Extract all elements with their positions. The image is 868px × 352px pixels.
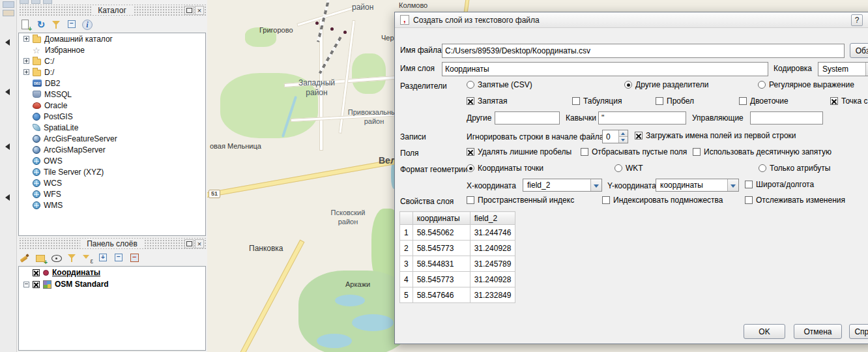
- column-header[interactable]: координаты: [412, 212, 470, 225]
- column-header[interactable]: [400, 212, 413, 225]
- layer-visibility-checkbox[interactable]: [33, 269, 40, 276]
- table-row[interactable]: 3 58.544831 31.245789: [400, 256, 515, 272]
- collapse-all-icon[interactable]: [113, 252, 125, 264]
- radio-wkt[interactable]: WKT: [615, 164, 643, 173]
- collapse-left-arrow-icon[interactable]: [5, 143, 10, 150]
- skip-lines-spinner[interactable]: 0: [602, 130, 628, 143]
- checkbox-spatial-index[interactable]: Пространственный индекс: [467, 196, 574, 205]
- remove-layer-icon[interactable]: [129, 252, 141, 264]
- catalog-item-d-drive[interactable]: D:/: [19, 66, 205, 78]
- checkbox-box: [745, 181, 753, 188]
- layer-row-osm-standard[interactable]: OSM Standard: [19, 278, 205, 290]
- encoding-combo[interactable]: System: [818, 62, 868, 76]
- layer-visibility-checkbox[interactable]: [33, 281, 40, 288]
- spinner-down-icon[interactable]: [619, 136, 628, 143]
- catalog-item-label: OWS: [44, 156, 63, 166]
- table-row[interactable]: 4 58.545773 31.240928: [400, 272, 515, 287]
- spinner-up-icon[interactable]: [619, 130, 628, 136]
- map-label-melnitsa: овая Мельница: [210, 142, 261, 150]
- catalog-item-arcgis-map[interactable]: ArcGisMapServer: [19, 144, 205, 155]
- y-field-combo[interactable]: координаты: [656, 179, 739, 192]
- checkbox-decimal-comma[interactable]: Использовать десятичную запятую: [693, 147, 832, 156]
- catalog-item-favorites[interactable]: Избранное: [19, 44, 205, 55]
- checkbox-tab[interactable]: Табуляция: [572, 96, 622, 106]
- radio-custom-delimiters[interactable]: Другие разделители: [624, 80, 709, 89]
- table-row[interactable]: 5 58.547646 31.232849: [400, 287, 515, 303]
- catalog-item-c-drive[interactable]: C:/: [19, 55, 205, 66]
- checkbox-comma[interactable]: Запятая: [467, 96, 507, 106]
- checkbox-colon[interactable]: Двоеточие: [739, 96, 788, 106]
- toolbar-icon-cut[interactable]: [3, 10, 14, 16]
- layer-name-input[interactable]: Координаты: [442, 62, 768, 76]
- visibility-icon[interactable]: [51, 252, 63, 264]
- layer-styling-icon[interactable]: [20, 252, 31, 264]
- expression-filter-icon[interactable]: [82, 252, 94, 264]
- catalog-item-spatialite[interactable]: SpatiaLite: [19, 122, 205, 133]
- catalog-item-arcgis-feature[interactable]: ArcGisFeatureServer: [19, 133, 205, 144]
- float-panel-icon[interactable]: [184, 239, 194, 248]
- radio-csv[interactable]: Запятые (CSV): [467, 80, 532, 89]
- help-button[interactable]: Справка: [849, 324, 868, 339]
- close-icon[interactable]: [195, 6, 204, 15]
- expand-icon[interactable]: [23, 58, 29, 64]
- properties-icon[interactable]: [82, 20, 93, 30]
- preview-table[interactable]: координаты field_2 1 58.545062 31.244746…: [399, 211, 515, 303]
- catalog-item-wcs[interactable]: WCS: [19, 177, 205, 188]
- checkbox-semicolon[interactable]: Точка с запятой: [830, 96, 868, 106]
- checkbox-dms-coordinates[interactable]: Широта/долгота: [745, 180, 814, 189]
- filter-legend-icon[interactable]: [66, 252, 78, 264]
- expand-icon[interactable]: [23, 69, 29, 75]
- table-row[interactable]: 2 58.545773 31.240928: [400, 241, 515, 256]
- catalog-item-oracle[interactable]: Oracle: [19, 100, 205, 111]
- checkbox-watch-file[interactable]: Отслеживать изменения: [745, 196, 845, 205]
- checkbox-first-row-headers[interactable]: Загружать имена полей из первой строки: [635, 131, 796, 140]
- collapse-all-icon[interactable]: [66, 19, 78, 31]
- collapse-left-arrow-icon[interactable]: [5, 194, 10, 201]
- catalog-item-db2[interactable]: DB2: [19, 78, 205, 89]
- collapse-left-arrow-icon[interactable]: [5, 89, 10, 95]
- refresh-icon[interactable]: [35, 19, 47, 31]
- expand-all-icon[interactable]: [98, 252, 109, 264]
- checkbox-box: [830, 97, 838, 105]
- file-name-input[interactable]: C:/Users/89539/Desktop/Координаты.csv: [442, 44, 845, 58]
- checkbox-discard-empty[interactable]: Отбрасывать пустые поля: [581, 147, 687, 156]
- ok-button[interactable]: OK: [744, 324, 785, 339]
- add-group-icon[interactable]: [35, 252, 47, 264]
- catalog-item-ows[interactable]: OWS: [19, 155, 205, 166]
- others-input[interactable]: [495, 111, 560, 125]
- catalog-item-postgis[interactable]: PostGIS: [19, 111, 205, 122]
- checkbox-label: Пробел: [667, 96, 694, 106]
- collapse-icon[interactable]: [23, 282, 29, 287]
- delimited-text-dialog: Создать слой из текстового файла ? Имя ф…: [394, 12, 868, 344]
- radio-attributes-only[interactable]: Только атрибуты: [759, 164, 830, 173]
- catalog-item-home[interactable]: Домашний каталог: [19, 33, 205, 44]
- cancel-button[interactable]: Отмена: [794, 324, 842, 339]
- quote-input[interactable]: ": [598, 111, 686, 125]
- checkbox-subset-index[interactable]: Индексировать подмножества: [602, 196, 723, 205]
- catalog-item-wms[interactable]: WMS: [19, 199, 205, 211]
- radio-point-coordinates[interactable]: Координаты точки: [467, 164, 543, 173]
- column-header[interactable]: field_2: [470, 212, 515, 225]
- table-row[interactable]: 1 58.545062 31.244746: [400, 225, 515, 241]
- catalog-item-mssql[interactable]: MSSQL: [19, 89, 205, 100]
- filter-icon[interactable]: [51, 19, 63, 31]
- catalog-item-wfs[interactable]: WFS: [19, 188, 205, 199]
- expand-icon[interactable]: [23, 36, 29, 42]
- checkbox-space[interactable]: Пробел: [656, 96, 694, 106]
- x-field-combo[interactable]: field_2: [523, 179, 602, 192]
- catalog-item-tile-server[interactable]: Tile Server (XYZ): [19, 166, 205, 177]
- radio-regex[interactable]: Регулярное выражение: [758, 80, 854, 89]
- checkbox-label: Отбрасывать пустые поля: [592, 147, 687, 156]
- float-panel-icon[interactable]: [184, 6, 194, 15]
- layer-row-koordinaty[interactable]: Координаты: [19, 267, 205, 278]
- close-icon[interactable]: [195, 239, 204, 248]
- context-help-button[interactable]: ?: [851, 14, 863, 26]
- toolbar-icon-cut[interactable]: [3, 1, 14, 8]
- checkbox-box: [739, 97, 747, 105]
- browse-button[interactable]: Обзор: [850, 43, 868, 58]
- add-selected-layer-icon[interactable]: [20, 19, 31, 31]
- dialog-titlebar[interactable]: Создать слой из текстового файла: [395, 12, 868, 28]
- checkbox-trim-fields[interactable]: Удалять лишние пробелы: [467, 147, 571, 156]
- collapse-left-arrow-icon[interactable]: [5, 39, 10, 46]
- escape-input[interactable]: [750, 111, 823, 125]
